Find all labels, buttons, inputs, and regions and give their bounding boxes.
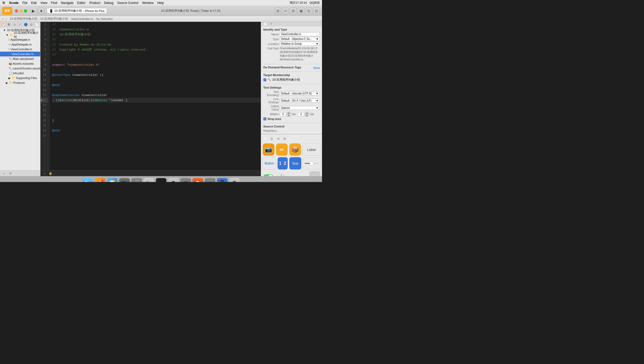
code-text[interactable]: // // ViewController.m // 10-应用程序对象介绍 //… (50, 22, 261, 170)
type-dropdown[interactable]: Default - Objective-C So... ▼ (280, 37, 320, 41)
pause-button[interactable]: 暂停 (2, 7, 12, 15)
tab-stepper-down[interactable]: ▼ (287, 114, 291, 117)
dock-finder[interactable]: 🔍 (82, 178, 93, 182)
widget-toggle[interactable] (263, 171, 274, 176)
layout-left-btn[interactable]: ⊟ (274, 7, 281, 14)
maximize-button[interactable] (24, 9, 27, 13)
menu-source-control[interactable]: Source Control (117, 1, 139, 5)
menu-view[interactable]: View (40, 1, 47, 5)
nav-icon-debug[interactable]: 🔵 (23, 22, 28, 27)
menu-debug[interactable]: Debug (104, 1, 113, 5)
tree-file-viewcontrollerm[interactable]: m ViewController.m (0, 52, 40, 56)
layout-center-btn[interactable]: ↩ (282, 7, 289, 14)
tree-file-viewcontrollerh[interactable]: h ViewController.h (0, 47, 40, 52)
tab-stepper-up[interactable]: ▲ (287, 112, 291, 114)
device-selector[interactable]: 📱 10-应用程序对象介绍 › iPhone 6s Plus (47, 8, 107, 14)
dock-screen[interactable]: 💻 (205, 178, 215, 182)
menu-help[interactable]: Help (157, 1, 164, 5)
tree-folder-main[interactable]: ▼ 📁 10-应用程序对象介绍 (0, 32, 40, 37)
indent-width-field[interactable]: 4 (298, 112, 304, 116)
lock-icon[interactable]: 🔒 (48, 171, 53, 176)
widget-camera[interactable]: 📷 (263, 143, 274, 156)
bc-part-3[interactable]: ViewController.m (71, 17, 93, 20)
add-editor-btn[interactable]: + (43, 171, 47, 176)
dock-quicktime[interactable]: 🎬 (131, 178, 142, 182)
menu-file[interactable]: File (22, 1, 27, 5)
inspector-file-icon[interactable]: 📄 (263, 22, 267, 26)
tab-stepper[interactable]: ▲ ▼ (287, 112, 291, 117)
dock-ios-simulator[interactable]: 📱 (217, 178, 228, 182)
inspector-quick-icon[interactable]: ? (269, 22, 273, 26)
nav-icon-breakpoint[interactable]: ⊙ (29, 22, 34, 27)
add-file-button[interactable]: + (2, 171, 6, 176)
text-encoding-dropdown[interactable]: Default - Unicode (UTF-8) ▼ (280, 92, 320, 96)
menu-navigate[interactable]: Navigate (61, 1, 73, 5)
dock-preferences[interactable]: ⚙ (168, 178, 179, 182)
dock-mouse[interactable]: 🖱 (119, 178, 130, 182)
apple-menu[interactable]: ⌘ (2, 1, 5, 5)
tree-file-assets[interactable]: 📦 Assets.xcassets (0, 61, 40, 66)
minimize-button[interactable] (19, 9, 23, 13)
widget-bracket-icon[interactable]: {} (269, 136, 274, 141)
dock-tools[interactable]: 🔧 (144, 178, 154, 182)
indent-stepper-down[interactable]: ▼ (305, 114, 309, 117)
widget-forward[interactable]: ⏭ (276, 143, 288, 156)
widget-spinner[interactable] (275, 171, 287, 176)
filter-button[interactable]: ⊙ (8, 171, 13, 176)
indent-stepper[interactable]: ▲ ▼ (305, 112, 309, 117)
widget-circle-icon[interactable]: ⊙ (275, 136, 281, 141)
widget-gray-button[interactable] (309, 171, 320, 176)
tree-file-appdelegatem[interactable]: m AppDelegate.m (0, 42, 40, 47)
widget-label[interactable]: Label (303, 143, 320, 156)
assistant-btn[interactable]: ⊡ (305, 7, 312, 14)
menu-find[interactable]: Find (51, 1, 57, 5)
close-button[interactable] (15, 9, 18, 13)
indent-dropdown[interactable]: Spaces ▼ (280, 106, 320, 110)
indent-stepper-up[interactable]: ▲ (305, 112, 309, 114)
wrap-lines-checkbox[interactable]: ✓ (263, 117, 266, 121)
widget-progress[interactable] (288, 171, 308, 176)
dock-navigate[interactable]: ◼ (180, 178, 191, 182)
tab-width-field[interactable]: 4 (280, 112, 286, 116)
tree-file-mainstoryboard[interactable]: 🔧 Main.storyboard (0, 56, 40, 61)
stop-button[interactable]: ■ (38, 7, 45, 14)
bc-back[interactable]: ‹ (2, 17, 4, 21)
tree-folder-products[interactable]: ▶ 📁 Products (0, 80, 40, 85)
menu-edit[interactable]: Edit (31, 1, 37, 5)
nav-icon-warning[interactable]: ⚠ (12, 22, 17, 27)
tree-folder-supporting[interactable]: ▶ 📁 Supporting Files (0, 76, 40, 80)
bc-part-2[interactable]: 10-应用程序对象介绍 (40, 17, 68, 21)
target-checkbox[interactable]: ✓ (263, 78, 266, 81)
nav-icon-search[interactable]: ⌘ (7, 22, 11, 27)
widget-button[interactable]: Button (263, 157, 276, 169)
nav-icon-folder[interactable]: 📁 (1, 22, 6, 27)
menu-window[interactable]: Window (142, 1, 154, 5)
menu-xcode[interactable]: Xcode (9, 1, 19, 5)
widget-file-icon[interactable]: 📄 (263, 136, 268, 141)
name-field[interactable]: ViewController.m (280, 32, 320, 36)
bc-forward[interactable]: › (5, 17, 7, 21)
widget-slider[interactable] (303, 157, 320, 169)
widget-3d-cube[interactable]: 📦 (289, 143, 301, 156)
dock-trash[interactable]: 🗑 (229, 178, 240, 182)
tree-file-infoplist[interactable]: 📋 Info.plist (0, 71, 40, 76)
dock-safari[interactable]: 🧭 (107, 178, 118, 182)
widget-stepper[interactable]: 1 2 (278, 157, 288, 169)
bc-part-4[interactable]: No Selection (96, 17, 113, 20)
show-button[interactable]: Show (313, 67, 320, 69)
line-endings-dropdown[interactable]: Default - OS X / Unix (LF) ▼ (280, 99, 320, 103)
menu-product[interactable]: Product (89, 1, 100, 5)
location-dropdown[interactable]: Relative to Group ▼ (280, 42, 320, 46)
nav-icon-test[interactable]: ✓ (18, 22, 22, 27)
code-content[interactable]: 1 2 3 4 5 6 7 8 9 10 11 12 13 14 (40, 22, 261, 170)
dock-powerpoint[interactable]: P (193, 178, 203, 182)
bc-part-1[interactable]: 10-应用程序对象介绍 (10, 17, 37, 21)
nav-icon-report[interactable]: 📄 (35, 22, 39, 27)
layout-right-btn[interactable]: ⊟ (290, 7, 297, 14)
menu-editor[interactable]: Editor (77, 1, 86, 5)
dock-terminal[interactable]: _ (156, 178, 166, 182)
run-button[interactable]: ▶ (30, 7, 37, 14)
version-btn[interactable]: ⊡ (313, 7, 320, 14)
dock-launchpad[interactable]: 🚀 (95, 178, 105, 182)
code-editor[interactable]: 1 2 3 4 5 6 7 8 9 10 11 12 13 14 (40, 22, 261, 176)
